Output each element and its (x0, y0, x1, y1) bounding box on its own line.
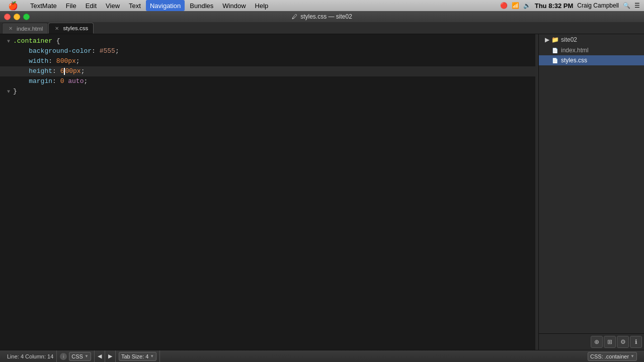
window-title-icon: 🖊 (292, 14, 297, 20)
tab-styles-css[interactable]: ✕ styles.css (48, 23, 94, 34)
code-line-2: background-color: #555; (0, 46, 535, 56)
menu-view[interactable]: View (102, 0, 124, 11)
folder-name: site02 (561, 36, 577, 43)
tab-size-label: Tab Size: 4 (121, 353, 148, 359)
clock: Thu 8:32 PM (535, 2, 574, 10)
code-editor[interactable]: ▼ .container { background-color: #555; w… (0, 34, 535, 350)
maximize-button[interactable] (23, 14, 30, 20)
file-name-styles: styles.css (561, 57, 587, 64)
folder-arrow-icon: ▶ (545, 36, 549, 43)
status-bar: Line: 4 Column: 14 i CSS ▼ ◀ ▶ Tab Size:… (0, 350, 644, 362)
tab-label-styles: styles.css (63, 25, 88, 31)
nav-prev-icon[interactable]: ◀ (98, 353, 102, 359)
main-area: ▼ .container { background-color: #555; w… (0, 34, 644, 350)
symbol-label: CSS: .container (590, 353, 629, 359)
window-titlebar: 🖊 styles.css — site02 (0, 11, 644, 22)
fold-button-6[interactable]: ▼ (5, 88, 12, 96)
status-symbol[interactable]: CSS: .container ▼ (585, 350, 640, 362)
file-index-html[interactable]: 📄 index.html (539, 45, 644, 55)
window-title: 🖊 styles.css — site02 (292, 13, 352, 20)
sidebar-settings-button[interactable]: ⚙ (617, 336, 629, 348)
tab-size-chevron-icon: ▼ (150, 354, 154, 358)
code-line-3: width: 800px; (0, 56, 535, 66)
menu-textmate[interactable]: TextMate (26, 0, 61, 11)
file-browser: ▶ 📁 site02 📄 index.html 📄 styles.css ⊕ ⊞… (538, 34, 644, 350)
line-2-content: background-color: #555; (13, 46, 530, 56)
menubar-right: 🔴 📶 🔊 Thu 8:32 PM Craig Campbell 🔍 ☰ (500, 2, 640, 10)
menu-help[interactable]: Help (251, 0, 273, 11)
menu-text[interactable]: Text (125, 0, 145, 11)
sidebar-footer: ⊕ ⊞ ⚙ ℹ (539, 333, 644, 350)
file-icon-css: 📄 (552, 58, 558, 63)
tab-close-index[interactable]: ✕ (8, 26, 14, 32)
status-language[interactable]: i CSS ▼ (57, 350, 95, 362)
file-icon-html: 📄 (552, 48, 558, 53)
menu-window[interactable]: Window (218, 0, 250, 11)
add-file-button[interactable]: ⊕ (591, 336, 603, 348)
language-dropdown[interactable]: CSS ▼ (69, 352, 91, 361)
menu-file[interactable]: File (62, 0, 80, 11)
status-nav-next[interactable]: ▶ (105, 350, 116, 362)
line-4-content: height: 600px; (13, 66, 530, 76)
apple-menu[interactable]: 🍎 (4, 0, 22, 11)
menu-bar: 🍎 TextMate File Edit View Text Navigatio… (0, 0, 644, 11)
minimize-button[interactable] (14, 14, 20, 20)
tab-index-html[interactable]: ✕ index.html (2, 23, 48, 34)
window-title-text: styles.css — site02 (300, 13, 352, 20)
status-nav-prev[interactable]: ◀ (95, 350, 105, 362)
fold-button-1[interactable]: ▼ (5, 38, 12, 45)
tab-close-styles[interactable]: ✕ (54, 25, 60, 31)
line-3-content: width: 800px; (13, 56, 530, 66)
tab-label-index: index.html (17, 26, 43, 32)
line-1-content: .container { (13, 36, 530, 46)
menu-navigation[interactable]: Navigation (146, 0, 185, 11)
code-line-6: ▼ } (0, 86, 535, 97)
file-styles-css[interactable]: 📄 styles.css (539, 55, 644, 65)
menu-edit[interactable]: Edit (82, 0, 101, 11)
tab-bar: ✕ index.html ✕ styles.css (0, 22, 644, 34)
language-chevron-icon: ▼ (85, 354, 89, 358)
info-button[interactable]: ℹ (630, 336, 642, 348)
close-button[interactable] (4, 14, 11, 20)
nav-next-icon[interactable]: ▶ (108, 353, 112, 359)
symbol-dropdown[interactable]: CSS: .container ▼ (588, 352, 637, 361)
username: Craig Campbell (577, 2, 619, 9)
add-folder-button[interactable]: ⊞ (604, 336, 616, 348)
language-indicator: i (60, 353, 67, 360)
notification-center-icon[interactable]: ☰ (634, 2, 640, 9)
file-name-index: index.html (561, 47, 589, 54)
language-label: CSS (71, 353, 83, 359)
code-line-4: height: 600px; (0, 66, 535, 76)
window-controls (4, 14, 30, 20)
code-line-5: margin: 0 auto; (0, 76, 535, 86)
code-line-1: ▼ .container { (0, 36, 535, 46)
folder-icon: 📁 (551, 36, 559, 43)
code-content[interactable]: ▼ .container { background-color: #555; w… (0, 34, 535, 99)
menu-bundles[interactable]: Bundles (186, 0, 217, 11)
tab-size-dropdown[interactable]: Tab Size: 4 ▼ (119, 352, 156, 361)
symbol-chevron-icon: ▼ (630, 354, 634, 358)
line-col-text: Line: 4 Column: 14 (7, 353, 53, 359)
volume-icon: 🔊 (523, 2, 531, 9)
folder-site02[interactable]: ▶ 📁 site02 (539, 34, 644, 45)
spotlight-icon[interactable]: 🔍 (623, 2, 630, 9)
line-6-content: } (13, 86, 530, 97)
battery-icon: 🔴 (500, 2, 508, 9)
airport-icon: 📶 (512, 2, 519, 9)
status-line-col: Line: 4 Column: 14 (4, 350, 57, 362)
line-5-content: margin: 0 auto; (13, 76, 530, 86)
status-tab-size[interactable]: Tab Size: 4 ▼ (116, 350, 160, 362)
